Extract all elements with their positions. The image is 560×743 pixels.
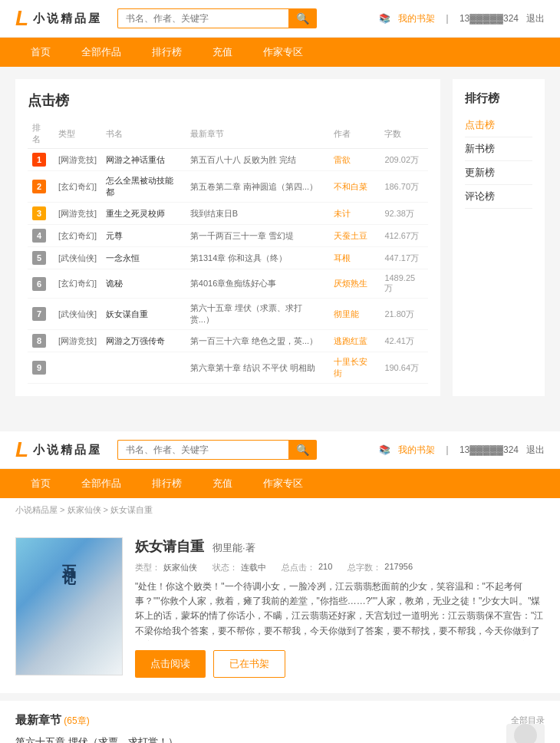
meta-status-label: 状态： bbox=[212, 562, 238, 573]
breadcrumb-home[interactable]: 小说精品屋 bbox=[15, 505, 58, 514]
shelf-button[interactable]: 已在书架 bbox=[213, 650, 285, 678]
book-link[interactable]: 网游之神话重估 bbox=[106, 155, 165, 164]
rank-badge: 2 bbox=[32, 180, 46, 193]
logo-text-2: 小说精品屋 bbox=[33, 443, 102, 457]
bookshelf-link[interactable]: 我的书架 bbox=[398, 12, 435, 25]
cell-words: 92.38万 bbox=[380, 203, 428, 225]
table-row: 2 [玄幻奇幻] 怎么全黑被动技能都 第五卷第二章 南神圆追（第四...） 不和… bbox=[28, 171, 428, 203]
logout-link-2[interactable]: 退出 bbox=[526, 444, 545, 457]
nav-2-rankings[interactable]: 排行榜 bbox=[137, 469, 197, 498]
col-type: 类型 bbox=[54, 119, 101, 149]
table-row: 8 [网游竞技] 网游之万强传奇 第一百三十六章 绝色之盟，英...） 逃跑红蓝… bbox=[28, 330, 428, 352]
cell-rank: 6 bbox=[28, 269, 54, 299]
latest-title: 最新章节 bbox=[15, 713, 61, 726]
sidebar-panel: 排行榜 点击榜 新书榜 更新榜 评论榜 bbox=[453, 79, 545, 396]
rank-badge: 6 bbox=[32, 277, 46, 291]
author-avatar-widget: 签约作家 bbox=[506, 724, 545, 743]
search-button[interactable]: 🔍 bbox=[288, 8, 317, 28]
nav-2-author-zone[interactable]: 作家专区 bbox=[248, 469, 318, 498]
logo: L 小说精品屋 bbox=[15, 8, 102, 29]
cell-words: 190.64万 bbox=[380, 352, 428, 384]
book-link[interactable]: 诡秘 bbox=[106, 279, 123, 288]
cell-words: 447.17万 bbox=[380, 247, 428, 269]
book-link[interactable]: 元尊 bbox=[106, 231, 123, 240]
book-meta: 类型： 妖家仙侠 状态： 连载中 总点击： 210 总字数： 217956 bbox=[135, 562, 545, 573]
cell-type bbox=[54, 352, 101, 384]
meta-clicks-label: 总点击： bbox=[282, 562, 315, 573]
latest-section: 最新章节 (65章) 全部目录 第六十五章 埋伏（求票，求打赏！） 更新时间： … bbox=[0, 701, 560, 743]
nav-home[interactable]: 首页 bbox=[15, 38, 66, 67]
col-chapter: 最新章节 bbox=[186, 119, 329, 149]
cell-title: 怎么全黑被动技能都 bbox=[101, 171, 186, 203]
header-1: L 小说精品屋 🔍 📚 我的书架 ｜ 13▓▓▓▓▓324 退出 bbox=[0, 0, 560, 38]
cell-words: 209.02万 bbox=[380, 149, 428, 171]
chart-panel: 点击榜 排名 类型 书名 最新章节 作者 字数 1 [网游竞技] 网游之神话重估… bbox=[15, 79, 440, 396]
cell-rank: 2 bbox=[28, 171, 54, 203]
cell-title: 诡秘 bbox=[101, 269, 186, 299]
nav-2-home[interactable]: 首页 bbox=[15, 469, 66, 498]
table-row: 4 [玄幻奇幻] 元尊 第一千两百三十一章 雪幻堤 天蚕土豆 412.67万 bbox=[28, 225, 428, 247]
book-author-inline: 彻里能·著 bbox=[212, 542, 255, 553]
cell-title: 妖女谋自重 bbox=[101, 299, 186, 330]
book-detail: 万神记 妖女请自重 彻里能·著 类型： 妖家仙侠 状态： 连载中 总点击： 21… bbox=[0, 522, 560, 693]
cell-type: [玄幻奇幻] bbox=[54, 269, 101, 299]
meta-clicks: 总点击： 210 bbox=[282, 562, 332, 573]
nav-1: 首页 全部作品 排行榜 充值 作家专区 bbox=[0, 38, 560, 67]
col-rank: 排名 bbox=[28, 119, 54, 149]
nav-all-works[interactable]: 全部作品 bbox=[66, 38, 137, 67]
breadcrumb-sep-2: > bbox=[104, 505, 110, 514]
table-row: 7 [武侠仙侠] 妖女谋自重 第六十五章 埋伏（求票、求打赏...） 彻里能 2… bbox=[28, 299, 428, 330]
cell-type: [网游竞技] bbox=[54, 149, 101, 171]
header-2: L 小说精品屋 🔍 📚 我的书架 ｜ 13▓▓▓▓▓324 退出 bbox=[0, 431, 560, 469]
cell-author: 雷欲 bbox=[329, 149, 380, 171]
table-row: 1 [网游竞技] 网游之神话重估 第五百八十八 反败为胜 完结 雷欲 209.0… bbox=[28, 149, 428, 171]
nav-rankings[interactable]: 排行榜 bbox=[137, 38, 197, 67]
nav-2-all-works[interactable]: 全部作品 bbox=[66, 469, 137, 498]
nav-recharge[interactable]: 充值 bbox=[197, 38, 248, 67]
cell-author: 十里长安街 bbox=[329, 352, 380, 384]
book-link[interactable]: 怎么全黑被动技能都 bbox=[106, 176, 173, 196]
book-link[interactable]: 网游之万强传奇 bbox=[106, 336, 165, 345]
cell-type: [玄幻奇幻] bbox=[54, 171, 101, 203]
cell-title: 重生之死灵校师 bbox=[101, 203, 186, 225]
cell-title bbox=[101, 352, 186, 384]
search-input-2[interactable] bbox=[117, 440, 288, 460]
nav-2-recharge[interactable]: 充值 bbox=[197, 469, 248, 498]
search-bar: 🔍 bbox=[117, 8, 317, 28]
book-actions: 点击阅读 已在书架 bbox=[135, 650, 545, 678]
nav-author-zone[interactable]: 作家专区 bbox=[248, 38, 318, 67]
table-row: 6 [玄幻奇幻] 诡秘 第4016章鱼痴练好心事 厌烦熟生 1489.25万 bbox=[28, 269, 428, 299]
book-link[interactable]: 一念永恒 bbox=[106, 253, 140, 263]
book-link[interactable]: 重生之死灵校师 bbox=[106, 209, 165, 218]
search-input[interactable] bbox=[117, 8, 288, 28]
logo-text: 小说精品屋 bbox=[33, 12, 102, 26]
top-section: L 小说精品屋 🔍 📚 我的书架 ｜ 13▓▓▓▓▓324 退出 首页 全部作品… bbox=[0, 0, 560, 408]
sidebar-link-comments[interactable]: 评论榜 bbox=[465, 185, 532, 209]
breadcrumb-category[interactable]: 妖家仙侠 bbox=[68, 505, 101, 514]
sidebar-link-update[interactable]: 更新榜 bbox=[465, 161, 532, 185]
cell-chapter: 我到结束日B bbox=[186, 203, 329, 225]
cell-chapter: 第六十五章 埋伏（求票、求打赏...） bbox=[186, 299, 329, 330]
search-button-2[interactable]: 🔍 bbox=[288, 440, 317, 460]
logo-icon: L bbox=[15, 8, 28, 29]
book-link[interactable]: 妖女谋自重 bbox=[106, 309, 148, 319]
sidebar-link-new[interactable]: 新书榜 bbox=[465, 137, 532, 161]
divider: ｜ bbox=[443, 12, 452, 25]
meta-words-label: 总字数： bbox=[348, 562, 381, 573]
search-bar-2: 🔍 bbox=[117, 440, 317, 460]
sidebar-link-clicks[interactable]: 点击榜 bbox=[465, 114, 532, 137]
logout-link[interactable]: 退出 bbox=[526, 12, 545, 25]
cell-title: 网游之神话重估 bbox=[101, 149, 186, 171]
cell-type: [武侠仙侠] bbox=[54, 299, 101, 330]
book-info: 妖女请自重 彻里能·著 类型： 妖家仙侠 状态： 连载中 总点击： 210 总字… bbox=[135, 537, 545, 678]
read-button[interactable]: 点击阅读 bbox=[135, 650, 206, 678]
cell-chapter: 第1314章 你和这具（终） bbox=[186, 247, 329, 269]
cell-rank: 5 bbox=[28, 247, 54, 269]
meta-clicks-value: 210 bbox=[318, 562, 332, 573]
cell-title: 网游之万强传奇 bbox=[101, 330, 186, 352]
rank-badge: 8 bbox=[32, 334, 46, 348]
col-words: 字数 bbox=[380, 119, 428, 149]
bookshelf-link-2[interactable]: 我的书架 bbox=[398, 444, 435, 457]
cell-rank: 1 bbox=[28, 149, 54, 171]
breadcrumb-current: 妖女谋自重 bbox=[110, 505, 153, 514]
